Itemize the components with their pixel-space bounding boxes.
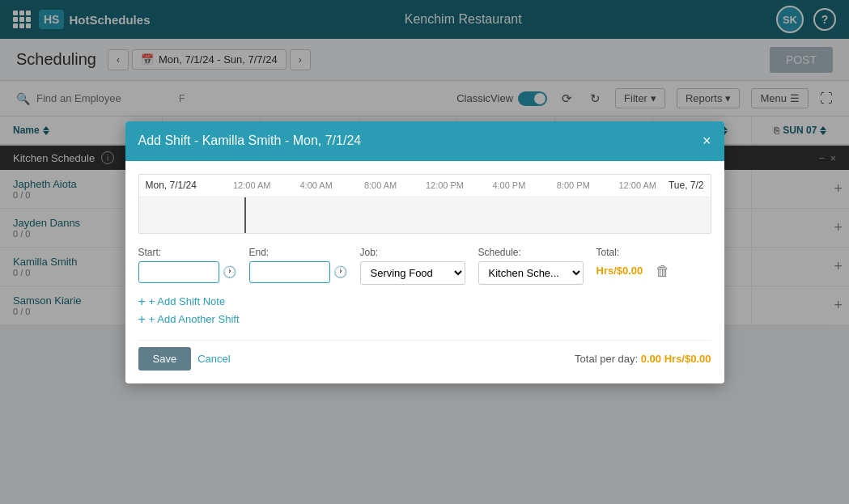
end-clock-icon[interactable]: 🕐 — [333, 265, 347, 278]
time-label-5: 8:00 PM — [541, 180, 605, 190]
modal-title: Add Shift - Kamilla Smith - Mon, 7/1/24 — [138, 133, 362, 148]
modal-close-button[interactable]: × — [703, 133, 711, 150]
end-label: End: — [249, 247, 347, 258]
end-form-group: End: 🕐 — [249, 247, 347, 283]
time-label-6: 12:00 AM — [605, 180, 669, 190]
add-shift-note-label: + Add Shift Note — [149, 295, 225, 307]
add-another-shift-link[interactable]: + + Add Another Shift — [138, 312, 711, 326]
schedule-select[interactable]: Kitchen Sche... All Schedules — [478, 261, 584, 285]
modal-overlay: Add Shift - Kamilla Smith - Mon, 7/1/24 … — [0, 0, 849, 325]
timeline-header: Mon, 7/1/24 Tue, 7/2 12:00 AM 4:00 AM 8:… — [139, 175, 711, 197]
start-label: Start: — [138, 247, 236, 258]
time-label-3: 12:00 PM — [413, 180, 477, 190]
schedule-form-group: Schedule: Kitchen Sche... All Schedules — [478, 247, 584, 285]
end-time-input[interactable] — [249, 261, 330, 283]
plus-icon-shift: + — [138, 312, 146, 326]
timeline-container: Mon, 7/1/24 Tue, 7/2 12:00 AM 4:00 AM 8:… — [138, 174, 711, 234]
start-time-input[interactable] — [138, 261, 219, 283]
modal-header: Add Shift - Kamilla Smith - Mon, 7/1/24 … — [125, 121, 724, 161]
total-value: Hrs/$0.00 — [596, 265, 643, 277]
total-form-group: Total: Hrs/$0.00 — [596, 247, 643, 277]
shift-form-row: Start: 🕐 End: 🕐 Job: — [138, 247, 711, 285]
time-label-4: 4:00 PM — [477, 180, 541, 190]
modal-body: Mon, 7/1/24 Tue, 7/2 12:00 AM 4:00 AM 8:… — [125, 161, 724, 326]
delete-shift-button[interactable]: 🗑 — [656, 263, 670, 280]
start-form-group: Start: 🕐 — [138, 247, 236, 283]
timeline-day1-label: Mon, 7/1/24 — [139, 175, 203, 196]
job-select[interactable]: Serving Food Bartender Host Cashier — [360, 261, 465, 285]
total-label: Total: — [596, 247, 643, 258]
start-clock-icon[interactable]: 🕐 — [223, 265, 236, 278]
job-label: Job: — [360, 247, 465, 258]
time-label-1: 4:00 AM — [284, 180, 348, 190]
job-form-group: Job: Serving Food Bartender Host Cashier — [360, 247, 465, 285]
end-input-group: 🕐 — [249, 261, 347, 283]
time-label-0: 12:00 AM — [220, 180, 284, 190]
plus-icon-note: + — [138, 294, 146, 309]
timeline-bar — [139, 197, 711, 233]
add-shift-note-link[interactable]: + + Add Shift Note — [138, 294, 711, 309]
add-shift-modal: Add Shift - Kamilla Smith - Mon, 7/1/24 … — [125, 121, 724, 326]
add-another-shift-label: + Add Another Shift — [149, 313, 240, 325]
timeline-times-row: 12:00 AM 4:00 AM 8:00 AM 12:00 PM 4:00 P… — [220, 175, 670, 197]
start-input-group: 🕐 — [138, 261, 236, 283]
schedule-label: Schedule: — [478, 247, 584, 258]
time-label-2: 8:00 AM — [348, 180, 412, 190]
action-links: + + Add Shift Note + + Add Another Shift — [138, 294, 711, 326]
timeline-marker — [244, 197, 246, 233]
